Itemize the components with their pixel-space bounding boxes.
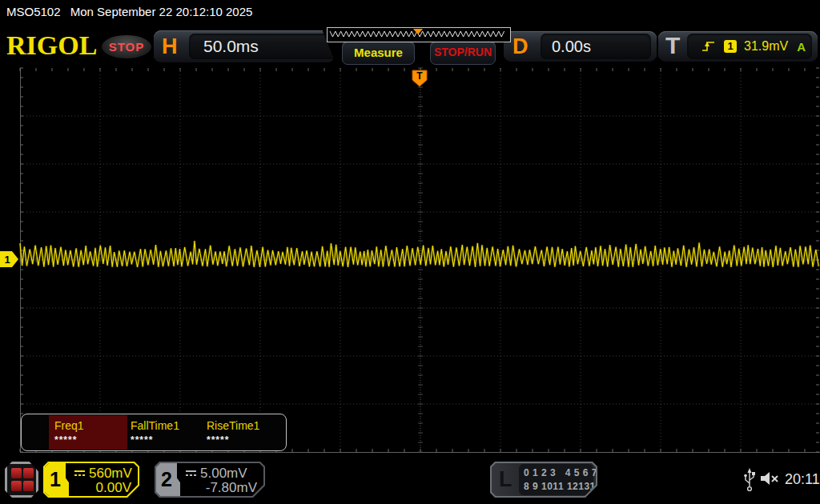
usb-icon bbox=[743, 467, 757, 493]
trigger-level: 31.9mV bbox=[744, 39, 788, 54]
oscilloscope-screen: MSO5102 Mon September 22 20:12:10 2025 R… bbox=[0, 0, 820, 504]
windows-icon[interactable] bbox=[5, 462, 38, 498]
measure-button[interactable]: Measure bbox=[342, 41, 415, 65]
channel1-body: 1 560mV 0.00V bbox=[45, 463, 138, 496]
measurement-label[interactable]: Freq1 bbox=[54, 419, 84, 432]
channel2-offset: -7.80mV bbox=[206, 480, 257, 496]
la-label: L bbox=[499, 467, 512, 492]
logic-analyzer-widget[interactable]: L 0 1 2 3 4 5 6 7 8 9 1011 12131415 bbox=[490, 462, 597, 498]
digital-channels: 0 1 2 3 4 5 6 7 8 9 1011 12131415 bbox=[519, 464, 593, 495]
channel1-offset: 0.00V bbox=[96, 480, 131, 496]
la-body: L 0 1 2 3 4 5 6 7 8 9 1011 12131415 bbox=[492, 463, 596, 496]
channel2-body: 2 5.00mV -7.80mV bbox=[156, 463, 263, 496]
trigger-label: T bbox=[665, 32, 680, 59]
red-square bbox=[11, 468, 22, 478]
t-inset: 1 31.9mV A bbox=[687, 34, 812, 59]
memory-depth: 25Mpts bbox=[154, 46, 471, 58]
channel2-number-badge: 2 bbox=[156, 463, 180, 496]
channel2-scale: 5.00mV bbox=[185, 466, 247, 482]
measurement-value: ***** bbox=[131, 434, 153, 446]
datetime: Mon September 22 20:12:10 2025 bbox=[70, 5, 253, 18]
stop-run-button[interactable]: STOP/RUN bbox=[430, 41, 496, 65]
red-square bbox=[23, 481, 34, 491]
delay-value: 0.00s bbox=[552, 38, 591, 56]
measurement-label[interactable]: FallTime1 bbox=[131, 419, 179, 432]
digital-row-1: 0 1 2 3 4 5 6 7 bbox=[524, 466, 593, 480]
delay-block[interactable]: D 0.00s bbox=[504, 31, 657, 62]
measurement-panel: Freq1 ***** FallTime1 ***** RiseTime1 **… bbox=[21, 414, 287, 451]
channel1-number-badge: 1 bbox=[45, 463, 69, 496]
red-square bbox=[23, 468, 34, 478]
channel2-widget[interactable]: 2 5.00mV -7.80mV bbox=[155, 462, 265, 498]
waveform-overview-strip[interactable] bbox=[327, 27, 511, 42]
measurement-value: ***** bbox=[54, 434, 77, 446]
bottom-bar: 1 560mV 0.00V 2 bbox=[0, 456, 820, 504]
red-square bbox=[11, 481, 22, 491]
run-state-badge: STOP bbox=[102, 35, 151, 58]
status-bar: MSO5102 Mon September 22 20:12:10 2025 bbox=[0, 0, 820, 24]
delay-label: D bbox=[512, 34, 529, 59]
trigger-block[interactable]: T 1 31.9mV A bbox=[658, 31, 818, 62]
rigol-logo: RIGOL bbox=[6, 30, 97, 61]
trigger-position-marker[interactable]: T bbox=[411, 70, 428, 87]
channel1-scale: 560mV bbox=[74, 466, 132, 482]
channel1-widget[interactable]: 1 560mV 0.00V bbox=[43, 462, 139, 498]
horizontal-timebase-block[interactable]: H 50.0ms 50MSa/s 25Mpts bbox=[154, 30, 335, 62]
measurement-value: ***** bbox=[207, 434, 229, 446]
measurement-label[interactable]: RiseTime1 bbox=[207, 419, 259, 432]
channel1-marker-number: 1 bbox=[4, 254, 10, 266]
trigger-mode: A bbox=[797, 40, 806, 54]
digital-row-2: 8 9 1011 12131415 bbox=[524, 480, 593, 494]
trigger-marker-letter: T bbox=[416, 70, 423, 82]
model-name: MSO5102 bbox=[6, 5, 61, 18]
channel1-level-marker[interactable]: 1 bbox=[0, 250, 20, 269]
clock: 20:11 bbox=[785, 471, 820, 488]
rising-edge-icon bbox=[701, 39, 717, 54]
dc-coupling-icon bbox=[74, 470, 86, 478]
speaker-muted-icon[interactable] bbox=[759, 470, 781, 487]
trigger-channel-badge: 1 bbox=[724, 40, 737, 53]
dc-coupling-icon bbox=[185, 470, 197, 478]
overview-waveform bbox=[328, 28, 508, 40]
